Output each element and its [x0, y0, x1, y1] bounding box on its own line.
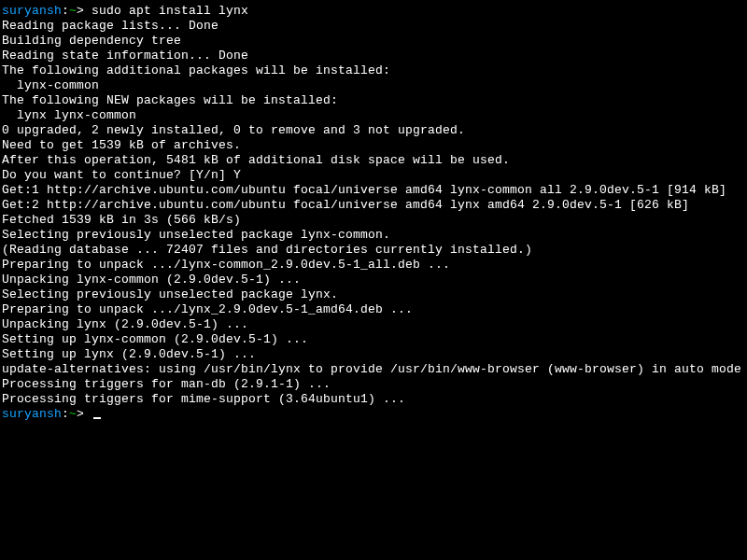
terminal[interactable]: suryansh:~> sudo apt install lynx Readin… — [0, 0, 747, 426]
output-line: Selecting previously unselected package … — [2, 228, 390, 242]
output-line: (Reading database ... 72407 files and di… — [2, 243, 532, 257]
output-line: Reading state information... Done — [2, 49, 248, 63]
prompt-sigil: > — [77, 4, 84, 18]
output-line: Setting up lynx (2.9.0dev.5-1) ... — [2, 347, 256, 361]
output-line: Fetched 1539 kB in 3s (566 kB/s) — [2, 213, 241, 227]
output-line: After this operation, 5481 kB of additio… — [2, 153, 510, 167]
output-line: Processing triggers for mime-support (3.… — [2, 392, 405, 406]
output-line: Selecting previously unselected package … — [2, 287, 338, 301]
output-line: Setting up lynx-common (2.9.0dev.5-1) ..… — [2, 332, 308, 346]
output-line: Unpacking lynx-common (2.9.0dev.5-1) ... — [2, 273, 301, 287]
output-line: lynx lynx-common — [2, 108, 136, 122]
output-line: Preparing to unpack .../lynx_2.9.0dev.5-… — [2, 302, 413, 316]
prompt-sep: : — [62, 407, 69, 421]
output-line: Unpacking lynx (2.9.0dev.5-1) ... — [2, 317, 248, 331]
output-line: lynx-common — [2, 78, 99, 92]
output-line: Do you want to continue? [Y/n] Y — [2, 168, 241, 182]
prompt-sigil: > — [77, 407, 84, 421]
cursor — [93, 417, 101, 419]
output-line: update-alternatives: using /usr/bin/lynx… — [2, 362, 741, 376]
output-line: Preparing to unpack .../lynx-common_2.9.… — [2, 258, 450, 272]
output-line: The following additional packages will b… — [2, 63, 390, 77]
prompt-user: suryansh — [2, 4, 62, 18]
command-text: sudo apt install lynx — [92, 4, 248, 18]
output-line: Need to get 1539 kB of archives. — [2, 138, 241, 152]
prompt-user: suryansh — [2, 407, 62, 421]
output-line: 0 upgraded, 2 newly installed, 0 to remo… — [2, 123, 465, 137]
prompt-path: ~ — [69, 407, 77, 421]
prompt-line-2[interactable]: suryansh:~> — [2, 407, 101, 421]
output-line: Get:2 http://archive.ubuntu.com/ubuntu f… — [2, 198, 689, 212]
output-line: Processing triggers for man-db (2.9.1-1)… — [2, 377, 331, 391]
prompt-path: ~ — [69, 4, 77, 18]
output-line: Get:1 http://archive.ubuntu.com/ubuntu f… — [2, 183, 726, 197]
output-line: The following NEW packages will be insta… — [2, 93, 338, 107]
output-line: Building dependency tree — [2, 34, 181, 48]
output-line: Reading package lists... Done — [2, 19, 218, 33]
prompt-sep: : — [62, 4, 69, 18]
prompt-line-1: suryansh:~> sudo apt install lynx — [2, 4, 248, 18]
